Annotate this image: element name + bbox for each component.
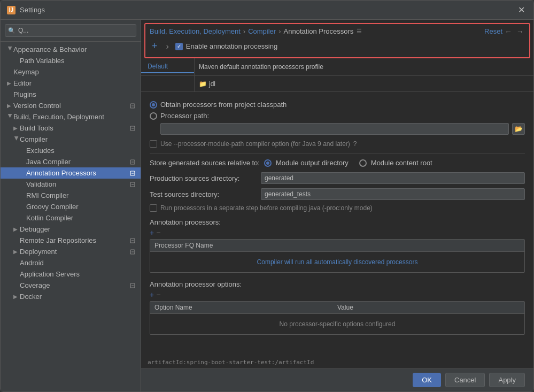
breadcrumb-sep1: › bbox=[243, 27, 245, 35]
sidebar-item-label: Appearance & Behavior bbox=[13, 45, 87, 53]
options-empty: No processor-specific options configured bbox=[150, 314, 524, 334]
processor-path-radio[interactable] bbox=[150, 112, 157, 120]
processor-path-input[interactable] bbox=[160, 123, 509, 135]
nav-back-button[interactable]: ← bbox=[502, 26, 514, 37]
sidebar-item-groovy-compiler[interactable]: Groovy Compiler bbox=[1, 201, 141, 212]
module-output-radio[interactable] bbox=[264, 159, 272, 167]
chevron-icon: ▶ bbox=[14, 136, 20, 143]
spacer bbox=[20, 170, 26, 176]
sidebar-item-label: Build Tools bbox=[20, 124, 53, 132]
sidebar-item-path-variables[interactable]: Path Variables bbox=[1, 55, 141, 66]
sidebar-item-editor[interactable]: ▶ Editor bbox=[1, 78, 141, 89]
sidebar-item-coverage[interactable]: Coverage bbox=[1, 280, 141, 291]
sidebar-item-build-exec-deploy[interactable]: ▶ Build, Execution, Deployment bbox=[1, 111, 141, 122]
processor-module-path-checkbox[interactable] bbox=[150, 140, 157, 148]
search-icon: 🔍 bbox=[8, 27, 16, 34]
sidebar-item-build-tools[interactable]: ▶ Build Tools bbox=[1, 122, 141, 134]
maven-profile-label[interactable]: Maven default annotation processors prof… bbox=[199, 63, 323, 71]
sidebar-item-validation[interactable]: Validation bbox=[1, 179, 141, 190]
sidebar-item-label: Debugger bbox=[20, 225, 50, 233]
options-add-remove-row: + − bbox=[150, 290, 525, 299]
nav-forward-button[interactable]: → bbox=[514, 26, 526, 37]
chevron-icon: ▶ bbox=[13, 125, 20, 131]
test-sources-input[interactable] bbox=[261, 188, 525, 200]
tab-default[interactable]: Default bbox=[141, 60, 194, 73]
breadcrumb-part2[interactable]: Compiler bbox=[248, 27, 276, 35]
spacer bbox=[20, 215, 26, 221]
sidebar-item-plugins[interactable]: Plugins bbox=[1, 89, 141, 100]
spacer bbox=[13, 260, 20, 266]
options-add-button[interactable]: + bbox=[150, 290, 154, 299]
browse-folder-button[interactable]: 📂 bbox=[512, 123, 525, 135]
cancel-button[interactable]: Cancel bbox=[445, 373, 485, 387]
form-content: Obtain processors from project classpath… bbox=[141, 92, 533, 340]
reset-button[interactable]: Reset bbox=[484, 27, 502, 35]
tree-item-jdl: jdl bbox=[209, 80, 215, 88]
content-area: Default Maven default annotation process… bbox=[141, 58, 533, 356]
sidebar-item-annotation-processors[interactable]: Annotation Processors bbox=[1, 167, 141, 179]
sidebar-item-rmi-compiler[interactable]: RMI Compiler bbox=[1, 190, 141, 201]
sidebar-item-debugger[interactable]: ▶ Debugger bbox=[1, 224, 141, 235]
sidebar-item-label: Android bbox=[20, 259, 44, 267]
badge-icon bbox=[129, 158, 136, 166]
annotation-remove-button[interactable]: − bbox=[156, 228, 160, 237]
obtain-processors-radio[interactable] bbox=[150, 101, 157, 109]
spacer bbox=[20, 204, 26, 210]
sidebar-item-excludes[interactable]: Excludes bbox=[1, 145, 141, 156]
enable-annotation-checkbox[interactable]: ✓ bbox=[175, 43, 183, 50]
breadcrumb-part1[interactable]: Build, Execution, Deployment bbox=[150, 27, 241, 35]
annotation-add-remove-row: + − bbox=[150, 228, 525, 237]
sidebar-item-appearance-behavior[interactable]: ▶ Appearance & Behavior bbox=[1, 44, 141, 55]
sidebar-item-android[interactable]: Android bbox=[1, 257, 141, 268]
sidebar-item-label: Version Control bbox=[13, 102, 61, 110]
spacer bbox=[20, 181, 26, 187]
sidebar-item-java-compiler[interactable]: Java Compiler bbox=[1, 156, 141, 167]
annotation-processors-table: Processor FQ Name Compiler will run all … bbox=[150, 239, 525, 273]
window-title: Settings bbox=[20, 6, 516, 14]
spacer bbox=[7, 91, 13, 97]
options-remove-button[interactable]: − bbox=[156, 290, 160, 299]
annotation-options-section-label: Annotation processor options: bbox=[150, 280, 525, 288]
sidebar-item-label: Editor bbox=[13, 79, 32, 87]
badge-icon bbox=[129, 170, 136, 177]
sidebar-item-docker[interactable]: ▶ Docker bbox=[1, 291, 141, 302]
breadcrumb-menu-icon[interactable]: ☰ bbox=[357, 28, 362, 35]
spacer bbox=[20, 148, 26, 153]
next-button[interactable]: › bbox=[164, 41, 171, 52]
annotation-options-table: Option Name Value No processor-specific … bbox=[150, 301, 525, 335]
ok-button[interactable]: OK bbox=[413, 373, 441, 387]
sidebar-item-version-control[interactable]: ▶ Version Control bbox=[1, 100, 141, 111]
sidebar-item-label: RMI Compiler bbox=[26, 191, 68, 199]
production-sources-label: Production sources directory: bbox=[150, 174, 257, 182]
module-content-label: Module content root bbox=[371, 159, 432, 167]
sidebar-item-label: Application Servers bbox=[20, 270, 80, 278]
annotation-processors-section-label: Annotation processors: bbox=[150, 218, 525, 226]
sidebar-item-deployment[interactable]: ▶ Deployment bbox=[1, 246, 141, 257]
module-content-radio[interactable] bbox=[359, 159, 367, 167]
sidebar-item-kotlin-compiler[interactable]: Kotlin Compiler bbox=[1, 212, 141, 224]
run-processors-checkbox[interactable] bbox=[150, 204, 157, 212]
search-input[interactable] bbox=[5, 24, 136, 37]
sidebar-item-label: Annotation Processors bbox=[26, 169, 96, 177]
apply-button[interactable]: Apply bbox=[489, 373, 525, 387]
badge-icon bbox=[129, 125, 136, 132]
spacer bbox=[20, 193, 26, 198]
production-sources-input[interactable] bbox=[261, 172, 525, 184]
spacer bbox=[20, 159, 26, 165]
run-processors-label: Run processors in a separate step before… bbox=[160, 204, 373, 212]
sidebar-item-label: Remote Jar Repositories bbox=[20, 236, 96, 244]
options-table-header: Option Name Value bbox=[150, 302, 524, 314]
option-name-col: Option Name bbox=[154, 304, 337, 311]
add-profile-button[interactable]: + bbox=[150, 40, 160, 53]
enable-annotation-checkbox-row: ✓ Enable annotation processing bbox=[175, 42, 277, 50]
sidebar-item-remote-jar-repos[interactable]: Remote Jar Repositories bbox=[1, 235, 141, 246]
settings-window: IJ Settings ✕ 🔍 ▶ Appearance & Behavior bbox=[0, 0, 534, 392]
sidebar-item-compiler[interactable]: ▶ Compiler bbox=[1, 134, 141, 145]
chevron-icon: ▶ bbox=[13, 249, 20, 255]
sidebar-item-keymap[interactable]: Keymap bbox=[1, 66, 141, 78]
close-button[interactable]: ✕ bbox=[516, 3, 527, 17]
annotation-add-button[interactable]: + bbox=[150, 228, 154, 237]
sidebar-item-app-servers[interactable]: Application Servers bbox=[1, 268, 141, 280]
badge-icon bbox=[129, 248, 136, 256]
processor-module-path-row: Use --processor-module-path compiler opt… bbox=[150, 140, 525, 148]
